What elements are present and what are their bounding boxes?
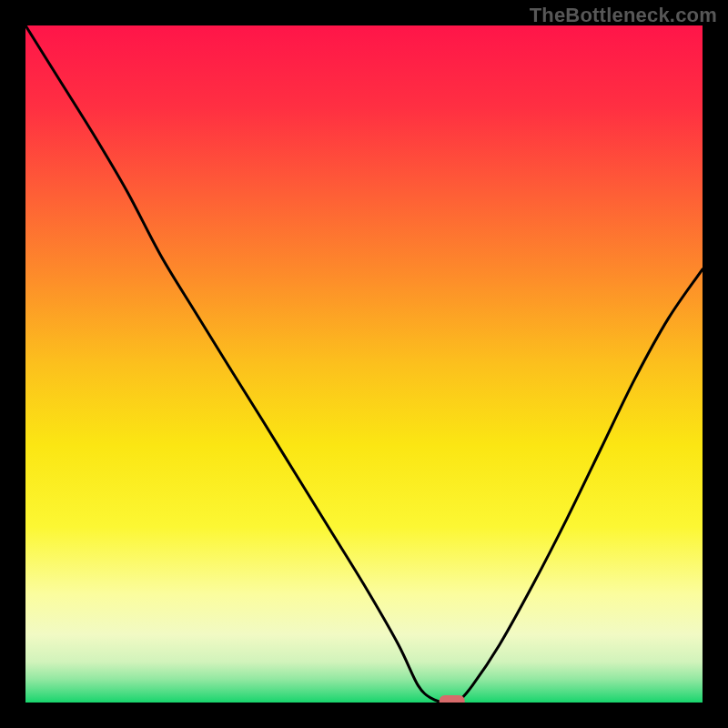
gradient-background	[25, 25, 703, 703]
optimal-marker	[440, 695, 465, 703]
chart-container: TheBottleneck.com	[0, 0, 728, 728]
watermark-text: TheBottleneck.com	[530, 4, 717, 27]
gradient-plot	[25, 25, 703, 703]
chart-svg	[25, 25, 703, 703]
